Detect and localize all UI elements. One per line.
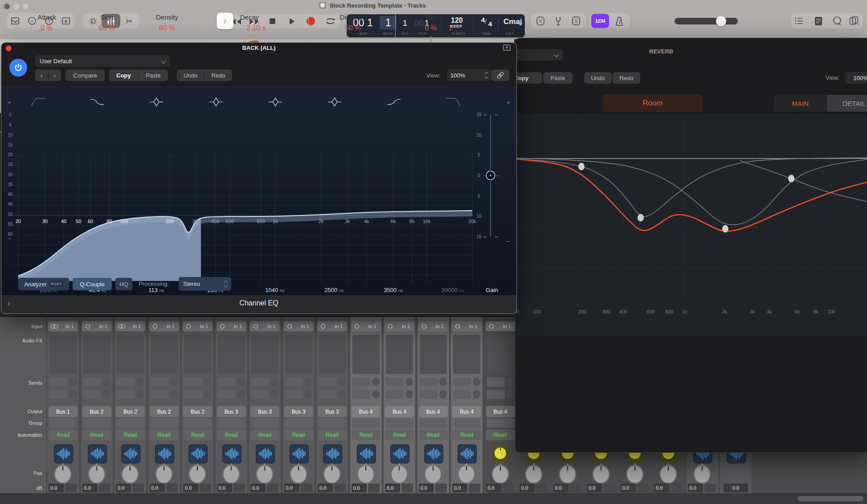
band-2-low-shelf-icon[interactable] xyxy=(89,96,105,108)
send-slot[interactable] xyxy=(319,378,336,386)
send-knob-slot[interactable] xyxy=(507,390,514,398)
knob-value-distance[interactable]: 50 % xyxy=(345,24,361,32)
send-slot[interactable] xyxy=(83,390,101,399)
send-slot[interactable] xyxy=(386,378,404,386)
copy-button[interactable]: Copy xyxy=(109,69,139,81)
eq-thumbnail[interactable] xyxy=(256,444,275,463)
input-button[interactable]: In 1 xyxy=(82,321,112,331)
audio-fx-slot[interactable] xyxy=(49,335,77,374)
pan-knob[interactable] xyxy=(490,463,511,484)
eq-curve-plot[interactable] xyxy=(13,153,474,283)
send-slot[interactable] xyxy=(83,378,101,386)
volume-field[interactable]: 0.0 xyxy=(553,484,568,492)
eq-thumbnail[interactable] xyxy=(222,444,241,463)
pan-knob[interactable] xyxy=(692,463,712,484)
send-slot[interactable] xyxy=(487,378,505,386)
input-button[interactable]: In 1 xyxy=(284,321,314,331)
eq-thumbnail[interactable] xyxy=(121,444,140,463)
eq-axis-plus[interactable]: + xyxy=(8,99,11,106)
input-button[interactable]: In 1 xyxy=(452,321,482,331)
send-slot[interactable] xyxy=(251,378,269,386)
group-slot[interactable] xyxy=(117,419,144,428)
output-button[interactable]: Bus 3 xyxy=(318,406,347,417)
volume-field[interactable]: 0.0 xyxy=(116,484,131,492)
eq-power-button[interactable] xyxy=(9,59,27,77)
group-slot[interactable] xyxy=(386,419,413,428)
group-slot[interactable] xyxy=(420,419,447,428)
pan-knob[interactable] xyxy=(356,463,376,484)
dry-value[interactable]: 0 % xyxy=(425,24,437,32)
output-button[interactable]: Bus 1 xyxy=(49,406,78,417)
band-7-high-shelf-icon[interactable] xyxy=(386,96,402,108)
send-knob-slot[interactable] xyxy=(271,390,278,398)
reverb-room-button[interactable]: Room xyxy=(603,94,703,112)
eq-preset-dropdown[interactable]: User Default xyxy=(35,55,170,67)
send-knob-slot[interactable] xyxy=(170,390,178,398)
pan-knob[interactable] xyxy=(423,463,443,484)
send-slot[interactable] xyxy=(151,378,168,386)
audio-fx-slot[interactable] xyxy=(420,335,447,374)
metronome-icon[interactable] xyxy=(614,16,625,27)
send-slot[interactable] xyxy=(453,378,471,386)
send-knob-slot[interactable] xyxy=(338,378,346,386)
pan-knob[interactable] xyxy=(187,463,208,484)
send-knob-slot[interactable] xyxy=(271,378,278,386)
analyzer-button[interactable]: Analyzer POST xyxy=(18,278,69,290)
audio-fx-slot[interactable] xyxy=(83,335,110,374)
eq-link-button[interactable] xyxy=(491,69,509,81)
audio-fx-slot[interactable] xyxy=(251,335,278,374)
group-slot[interactable] xyxy=(453,419,480,428)
send-knob-slot[interactable] xyxy=(372,378,380,386)
send-slot[interactable] xyxy=(218,390,236,399)
volume-field[interactable]: 0.0 xyxy=(82,484,98,492)
audio-fx-slot[interactable] xyxy=(487,335,514,374)
automation-button[interactable]: Read xyxy=(284,430,313,440)
volume-field[interactable]: 0.0 xyxy=(486,484,501,492)
band-5-bell-icon[interactable] xyxy=(267,96,283,108)
volume-field[interactable]: 0.0 xyxy=(519,484,535,492)
send-slot[interactable] xyxy=(487,390,505,399)
automation-button[interactable]: Read xyxy=(250,430,279,440)
send-knob-slot[interactable] xyxy=(338,390,346,398)
pan-knob[interactable] xyxy=(53,463,73,484)
volume-field[interactable]: 0.0 xyxy=(621,484,636,492)
eq-axis-minus[interactable]: − xyxy=(8,236,11,242)
pan-knob[interactable] xyxy=(591,463,611,484)
send-slot[interactable] xyxy=(251,390,269,399)
loops-icon[interactable]: ♪ xyxy=(849,16,860,26)
volume-field[interactable]: 0.0 xyxy=(587,484,602,492)
audio-fx-slot[interactable] xyxy=(218,335,245,374)
audio-fx-slot[interactable] xyxy=(453,335,480,374)
eq-view-value[interactable]: 100% xyxy=(447,69,491,81)
send-knob-slot[interactable] xyxy=(204,390,211,398)
eq-thumbnail[interactable] xyxy=(88,444,107,463)
send-slot[interactable] xyxy=(117,390,135,399)
volume-field[interactable]: 0.0 xyxy=(49,484,64,492)
volume-field[interactable]: 0.0 xyxy=(452,484,467,492)
send-knob-slot[interactable] xyxy=(170,378,178,386)
send-slot[interactable] xyxy=(420,390,438,399)
send-knob-slot[interactable] xyxy=(405,378,413,386)
hq-button[interactable]: HQ xyxy=(115,278,132,290)
paste-button[interactable]: Paste xyxy=(139,69,168,81)
reverb-view-value[interactable]: 100% xyxy=(845,72,867,84)
band-4-bell-icon[interactable] xyxy=(208,96,224,108)
send-knob-slot[interactable] xyxy=(305,390,312,398)
eq-thumbnail[interactable] xyxy=(155,444,174,463)
eq-axis-minus[interactable]: − xyxy=(507,238,510,245)
send-knob-slot[interactable] xyxy=(136,390,144,398)
processing-dropdown[interactable]: Stereo xyxy=(179,277,231,291)
volume-field[interactable]: 0.0 xyxy=(724,484,748,492)
automation-button[interactable]: Read xyxy=(419,430,448,440)
pan-knob[interactable] xyxy=(120,463,140,484)
reverb-tab-main[interactable]: MAIN xyxy=(774,95,826,112)
send-slot[interactable] xyxy=(218,378,236,386)
output-button[interactable]: Bus 3 xyxy=(250,406,279,417)
input-button[interactable]: In 1 xyxy=(384,321,414,331)
eq-gain-slider-knob[interactable] xyxy=(486,171,495,180)
eq-thumbnail[interactable] xyxy=(188,444,208,463)
output-button[interactable]: Bus 3 xyxy=(217,406,246,417)
output-button[interactable]: Bus 4 xyxy=(352,406,380,417)
send-slot[interactable] xyxy=(352,390,370,399)
pan-knob[interactable] xyxy=(523,463,544,484)
